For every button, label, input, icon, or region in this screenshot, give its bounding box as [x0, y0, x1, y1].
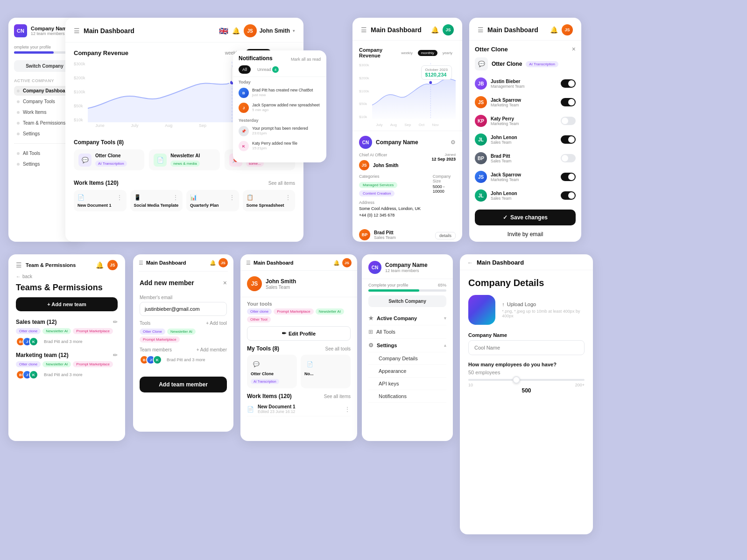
company-logo: CN	[14, 24, 27, 37]
my-tool-card-otter[interactable]: 💬 Otter Clone AI Transcription	[247, 355, 297, 388]
notif-item[interactable]: 📌 Your prompt has been rendered 23:01pm	[233, 124, 326, 139]
edit-icon[interactable]: ✏	[113, 319, 118, 325]
toggle-switch[interactable]	[561, 154, 576, 162]
see-all-items[interactable]: See all items	[268, 181, 295, 186]
add-new-team-button[interactable]: + Add new team	[16, 297, 118, 311]
work-item-new-doc[interactable]: 📄 ⋮ New Document 1	[74, 190, 127, 211]
tool-card-otter[interactable]: 💬 Otter Clone AI Transcription	[74, 149, 144, 170]
chevron-down-icon: ▾	[293, 28, 295, 33]
toggle-switch[interactable]	[561, 79, 576, 88]
nav-notifications[interactable]: Notifications	[368, 390, 446, 403]
tab-yearly[interactable]: yearly	[439, 50, 456, 56]
add-tool-button[interactable]: + Add tool	[206, 321, 227, 326]
profile-section: JS John Smith Sales Team	[240, 271, 357, 297]
email-input[interactable]	[140, 302, 227, 316]
tab-all[interactable]: All	[239, 65, 251, 74]
add-member-header-title: Main Dashboard	[146, 260, 186, 266]
nav-company-details[interactable]: Company Details	[368, 352, 446, 365]
invite-email-button[interactable]: Invite by email	[475, 227, 576, 241]
work-item-quarterly[interactable]: 📊 ⋮ Quarterly Plan	[186, 190, 239, 211]
sales-tools-row: Otter clone Newsletter AI Prompt Marketp…	[16, 328, 118, 334]
notif-avatar: K	[239, 141, 249, 151]
toggle-item-brad[interactable]: BP Brad Pitt Sales Team	[475, 150, 576, 167]
work-item-name: Social Media Template	[134, 203, 179, 208]
toggle-switch[interactable]	[561, 173, 576, 181]
bell-icon[interactable]: 🔔	[333, 260, 340, 266]
cd-team-item[interactable]: BP Brad Pitt Sales Team details	[359, 227, 456, 242]
see-all-work-items[interactable]: See all items	[324, 394, 351, 399]
bell-icon[interactable]: 🔔	[431, 26, 439, 34]
bell-icon[interactable]: 🔔	[96, 261, 104, 269]
tab-monthly[interactable]: monthly	[418, 50, 437, 56]
hamburger-icon[interactable]: ☰	[478, 26, 484, 34]
back-link[interactable]: ← back	[16, 274, 118, 279]
details-button[interactable]: details	[435, 232, 456, 239]
upload-logo-button[interactable]: ↑ Upload Logo	[502, 301, 536, 307]
more-icon[interactable]: ⋮	[344, 406, 351, 413]
work-item-name: New Document 1	[258, 404, 296, 409]
hamburger-icon[interactable]: ☰	[74, 27, 80, 35]
bell-icon[interactable]: 🔔	[232, 27, 240, 35]
mark-all-button[interactable]: Mark all as read	[291, 57, 321, 62]
sales-team-name: Sales team (12)	[16, 319, 56, 325]
nav-active-company[interactable]: ★ Active Company ▾	[368, 312, 446, 325]
edit-icon[interactable]: ✏	[113, 352, 118, 358]
toggle-avatar: BP	[475, 152, 487, 164]
otter-logo: 💬	[475, 57, 488, 70]
slider-thumb[interactable]	[513, 376, 520, 384]
toggle-switch[interactable]	[561, 191, 576, 200]
nav-settings[interactable]: ⚙ Settings ▴	[368, 339, 446, 352]
more-icon[interactable]: ⋮	[285, 194, 291, 201]
more-icon[interactable]: ⋮	[229, 194, 235, 201]
more-icon[interactable]: ⋮	[116, 194, 123, 201]
toggle-switch[interactable]	[561, 135, 576, 144]
tool-badge-newsletter: news & media	[170, 161, 199, 167]
add-member-btn[interactable]: + Add member	[197, 347, 227, 352]
notif-item[interactable]: K Katy Perry added new file 15:21pm	[233, 139, 326, 154]
more-icon[interactable]: ⋮	[172, 194, 179, 201]
nav-appearance[interactable]: Appearance	[368, 365, 446, 378]
toggle-switch[interactable]	[561, 98, 576, 106]
add-team-member-button[interactable]: Add team member	[140, 377, 227, 392]
cd-tooltip: October 2023 $120,234	[421, 65, 452, 80]
toggle-item-jack[interactable]: JS Jack Sparrow Marketing Team	[475, 94, 576, 111]
toggle-item-justin[interactable]: JB Justin Bieber Management Team	[475, 75, 576, 92]
dot-icon	[17, 100, 20, 103]
tab-weekly[interactable]: weekly	[398, 50, 416, 56]
bell-icon[interactable]: 🔔	[550, 26, 558, 34]
cd-x-labels: JulyAugSepOctNov	[359, 123, 456, 127]
see-all-tools[interactable]: See all tools	[325, 346, 351, 351]
company-name-input[interactable]	[468, 340, 585, 355]
toggle-item-katy[interactable]: KP Katy Perry Marketing Team	[475, 112, 576, 129]
settings-icon[interactable]: ⚙	[451, 139, 456, 146]
save-changes-button[interactable]: ✓ Save changes	[475, 210, 576, 225]
switch-company-button[interactable]: Switch Company	[368, 295, 446, 307]
toggle-item-john[interactable]: JL John Lenon Sales Team	[475, 131, 576, 148]
toggle-avatar: JS	[475, 96, 487, 108]
work-item-social[interactable]: 📱 ⋮ Social Media Template	[130, 190, 183, 211]
my-tool-card-newsletter[interactable]: 📄 No...	[301, 355, 351, 388]
slider-labels: 10 200+	[468, 383, 585, 387]
work-item-spreadsheet[interactable]: 📋 ⋮ Some Spreadsheet	[243, 190, 296, 211]
nav-all-tools[interactable]: ⊞ All Tools	[368, 325, 446, 339]
hamburger-icon[interactable]: ☰	[361, 26, 367, 34]
toggle-item-john2[interactable]: JL John Lenon Sales Team	[475, 187, 576, 204]
notif-item[interactable]: J Jack Sparrow added new spreadsheet 5 m…	[233, 100, 326, 115]
hamburger-icon[interactable]: ☰	[139, 260, 143, 266]
edit-profile-button[interactable]: ✏ Edit Profile	[247, 326, 351, 341]
hamburger-icon[interactable]: ☰	[16, 261, 22, 269]
tab-unread[interactable]: Unread 4	[254, 65, 282, 74]
team-toggle-list: JB Justin Bieber Management Team JS Jack…	[475, 75, 576, 204]
bell-icon[interactable]: 🔔	[210, 260, 216, 266]
toggle-switch[interactable]	[561, 117, 576, 125]
nav-api-keys[interactable]: API keys	[368, 378, 446, 390]
marketing-tools-row: Otter clone Newsletter AI Prompt Marketp…	[16, 361, 118, 367]
close-button[interactable]: ×	[223, 279, 227, 287]
back-button[interactable]: ←	[467, 259, 473, 266]
toggle-item-jack2[interactable]: JS Jack Sparrow Marketing Team	[475, 168, 576, 185]
hamburger-icon[interactable]: ☰	[246, 260, 251, 266]
notif-item[interactable]: B Brad Pitt has created new ChatBot just…	[233, 85, 326, 100]
user-avatar-group[interactable]: JS John Smith ▾	[244, 24, 295, 37]
tool-card-newsletter[interactable]: 📄 Newsletter AI news & media	[149, 149, 219, 170]
close-button[interactable]: ×	[572, 45, 576, 53]
